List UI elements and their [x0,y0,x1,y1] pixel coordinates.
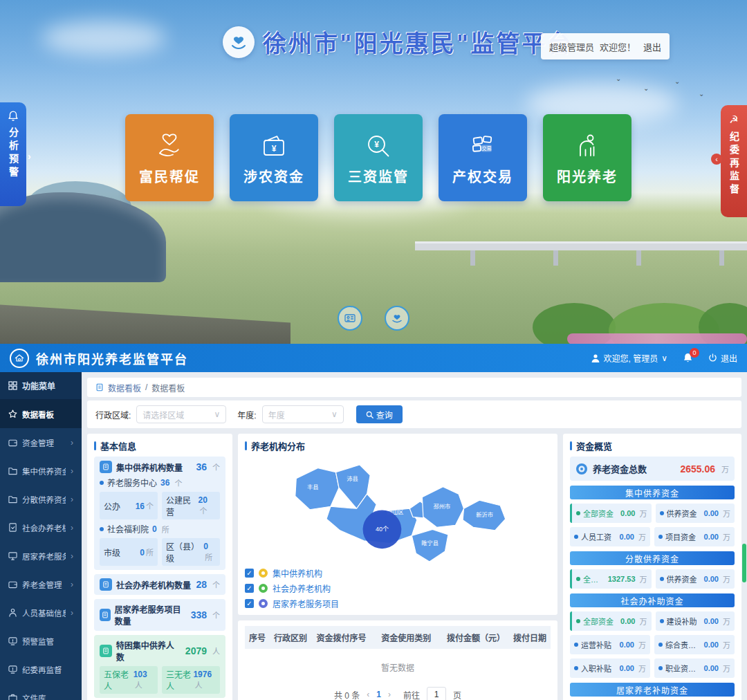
checkbox[interactable]: ✓ [245,599,254,608]
basic-info-card: 社会办养老机构数量28个 [94,574,225,595]
bridge [415,243,747,250]
tile-产权交易[interactable]: 交易产权交易 [439,114,527,201]
cell-value: 0 [140,548,145,558]
tile-涉农资金[interactable]: ¥涉农资金 [230,114,318,201]
sidebar-item[interactable]: 人员基础信息› [0,598,82,627]
bridge-leg [719,250,724,266]
logout-button[interactable]: 退出 [708,352,737,364]
monitor-icon [8,551,17,560]
map-legend-label: 社会办养老机构 [273,582,331,594]
xuzhou-map: 丰县沛县铜山区邳州市新沂市睢宁县 40个 [245,457,551,566]
wallet-yuan-icon: ¥ [257,130,290,160]
map-legend-row: ✓社会办养老机构 [245,582,551,594]
tile-富民帮促[interactable]: 富民帮促 [125,114,214,201]
fund-cell-unit: 万 [638,531,646,542]
fund-cell-unit: 万 [723,663,730,674]
sidebar: 功能菜单 数据看板资金管理›集中供养资金›分散供养资金›社会办养老机构›居家养老… [0,372,82,700]
cell-value: 16 [136,501,145,511]
table-empty-text: 暂无数据 [245,649,551,683]
dot-icon [576,511,580,515]
doc-check-icon [8,523,17,532]
map-legend-label: 居家养老服务项目 [273,598,339,609]
basic-info-card: 居家养老服务项目数量338个 [94,599,225,631]
cell-unit: 人 [135,681,142,690]
fund-cell: 综合责任险0.00万 [654,635,735,654]
sidebar-item[interactable]: 数据看板 [0,400,82,428]
user-menu[interactable]: 欢迎您, 管理员 ∨ [591,352,667,364]
sidebar-item[interactable]: 居家养老服务项目› [0,542,82,570]
sidebar-item-label: 资金管理 [22,437,66,448]
chevron-left-icon[interactable]: ‹ [711,154,722,165]
alert-screen-icon [8,636,17,645]
hero-logout-button[interactable]: 退出 [643,40,661,53]
fund-cell-unit: 万 [723,573,730,584]
checkbox[interactable]: ✓ [245,569,254,578]
fund-cell-value: 0.00 [620,617,635,625]
login-box: 超级管理员 欢迎您！ 退出 [541,33,670,59]
hero-float-icons [338,306,409,331]
heart-hand-icon [153,130,186,160]
logout-label: 退出 [721,352,737,364]
basic-info-card-unit: 个 [212,579,220,590]
scrollbar-thumb[interactable] [742,544,746,582]
fund-row: 运营补贴0.00万综合责任险0.00万 [570,635,735,654]
sidebar-item-label: 养老金管理 [22,579,66,590]
dot-icon [574,535,578,539]
sidebar-item[interactable]: 资金管理› [0,428,82,457]
funds-table-panel: 序号行政区别资金拨付序号资金使用类别拨付金额（元）拨付日期 暂无数据 共 0 条… [238,620,557,700]
tile-label: 阳光养老 [557,166,618,186]
fund-cell: 供养资金0.00万 [656,569,735,589]
hero-header: 徐州市"阳光惠民"监管平台 [223,25,573,59]
fund-row: 人员工资0.00万项目资金0.00万 [570,527,735,546]
sidebar-item[interactable]: 社会办养老机构› [0,513,82,542]
party-emblem-icon: ☭ [729,113,738,126]
dot-icon [658,666,663,670]
year-filter-label: 年度: [237,409,256,421]
year-select[interactable]: 年度 ∨ [262,405,344,423]
basic-info-card-header: 居家养老服务项目数量338个 [100,603,220,627]
heart-hands-icon[interactable] [385,306,409,331]
tile-label: 三资监管 [348,166,409,186]
bird: ⌄ [674,77,680,85]
id-card-icon[interactable] [338,306,362,331]
sidebar-item[interactable]: 养老金管理› [0,570,82,598]
sidebar-item[interactable]: 集中供养资金› [0,457,82,485]
analysis-warning-tab[interactable]: 分析预警 [0,102,26,206]
doc-icon [100,461,112,473]
marker-pin-icon [259,584,268,593]
bridge-leg [553,250,558,266]
prev-page-button[interactable]: ‹ [367,690,369,699]
funds-overview-title: 资金概览 [570,439,735,452]
sidebar-item[interactable]: 纪委再监督 [0,655,82,683]
search-button-label: 查询 [376,409,393,421]
fund-cell: 供养资金0.00万 [656,504,735,523]
cell-label: 三无老人 [166,668,193,692]
dot-icon [576,577,580,581]
current-page[interactable]: 1 [376,690,381,699]
breadcrumb: 数据看板 / 数据看板 [87,378,741,397]
region-select[interactable]: 请选择区域 ∨ [136,405,226,423]
sidebar-item[interactable]: 分散供养资金› [0,485,82,513]
next-page-button[interactable]: › [388,690,391,699]
chevron-right-icon[interactable]: › [28,151,31,162]
sidebar-item[interactable]: 预警监管 [0,627,82,655]
sidebar-item[interactable]: 文件库 [0,683,82,700]
checkbox[interactable]: ✓ [245,584,254,593]
bullet-label: 养老服务中心 [107,477,157,488]
fund-sections: 集中供养资金全部资金0.00万供养资金0.00万人员工资0.00万项目资金0.0… [570,486,735,700]
notifications-button[interactable]: 0 [683,353,693,363]
basic-info-card-header: 集中供养机构数量36个 [100,461,220,473]
breadcrumb-item[interactable]: 数据看板 [108,382,141,394]
search-button[interactable]: 查询 [356,405,403,423]
cell-value: 1976 [193,670,212,679]
fund-row: 入职补贴0.00万职业资格补贴0.00万 [570,658,735,678]
goto-page-input[interactable] [427,687,446,700]
map-legend-row: ✓集中供养机构 [245,567,551,579]
goto-label: 前往 [403,689,420,700]
discipline-supervision-tab[interactable]: ☭ 纪委再监督 [721,105,747,217]
bell-icon [8,111,19,122]
table-column-header: 行政区别 [270,626,313,649]
tile-三资监管[interactable]: ¥三资监管 [334,114,423,201]
dot-icon [576,619,580,623]
tile-阳光养老[interactable]: 阳光养老 [543,114,631,201]
